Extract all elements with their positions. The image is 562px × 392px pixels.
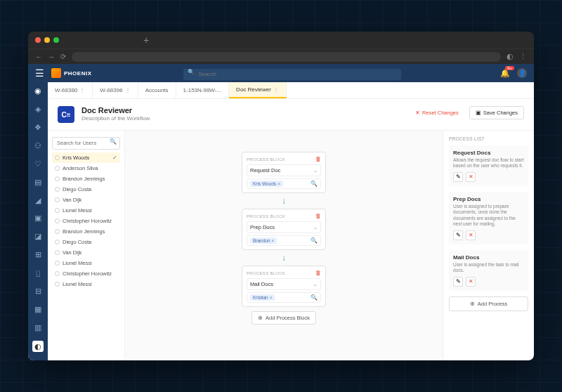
plus-icon: ⊕	[470, 301, 475, 307]
profile-icon[interactable]: ◐	[507, 52, 514, 61]
close-icon[interactable]: ⋮	[273, 86, 279, 93]
user-item[interactable]: Lionel Messi	[52, 258, 120, 268]
app-header: ☰ PHOENIX 🔍 🔔 9+ 👤	[28, 64, 534, 82]
close-icon[interactable]: ⋮	[79, 87, 85, 93]
user-avatar-icon	[55, 240, 60, 244]
delete-icon[interactable]: 🗑	[315, 213, 321, 219]
sidebar-nav-crop[interactable]: ⌷	[32, 268, 44, 278]
browser-menu-icon[interactable]: ⋮	[519, 52, 527, 61]
user-name: Christopher Horowitz	[63, 270, 112, 277]
notifications-icon[interactable]: 🔔 9+	[500, 69, 510, 78]
global-search-input[interactable]	[183, 69, 401, 80]
tab-w68396[interactable]: W-68396⋮	[93, 82, 138, 98]
user-avatar-icon	[55, 187, 60, 192]
user-item[interactable]: Brandon Jennings	[52, 174, 120, 184]
edit-button[interactable]: ✎	[453, 277, 463, 287]
edit-button[interactable]: ✎	[453, 230, 463, 240]
user-avatar-icon	[55, 176, 60, 181]
user-item[interactable]: Van Dijk	[52, 247, 120, 258]
browser-titlebar: +	[28, 32, 534, 48]
avatar[interactable]: 👤	[517, 68, 527, 78]
assignee-input[interactable]: Brandon ×🔍	[247, 235, 321, 246]
nav-back-icon[interactable]: ←	[35, 53, 42, 60]
nav-forward-icon[interactable]: →	[48, 53, 55, 60]
search-icon: 🔍	[311, 294, 318, 301]
reset-changes-button[interactable]: ✕ Reset Changes	[409, 106, 465, 119]
process-list-card: Mail DocsUser is assigned the task to ma…	[449, 250, 528, 291]
user-item[interactable]: Lionel Messi	[52, 205, 120, 216]
logo-text: PHOENIX	[64, 70, 92, 77]
sidebar-nav-docs[interactable]: ▤	[32, 177, 44, 187]
logo[interactable]: PHOENIX	[51, 68, 92, 78]
add-process-button[interactable]: ⊕ Add Process	[449, 296, 528, 311]
sidebar-nav-users[interactable]: ⚇	[32, 141, 44, 151]
tab-accounts[interactable]: Accounts	[138, 82, 176, 98]
user-avatar-icon	[55, 197, 60, 202]
tab-doc-reviewer[interactable]: Doc Reviewer⋮	[229, 82, 287, 98]
sidebar-nav-print[interactable]: ▥	[32, 322, 44, 332]
user-chip: Brandon ×	[250, 237, 277, 244]
user-avatar-icon	[55, 229, 60, 234]
new-tab-button[interactable]: +	[143, 34, 149, 46]
process-card-desc: User is assigned the task to mail docs.	[453, 262, 524, 274]
window-close-icon[interactable]	[35, 37, 41, 43]
process-list-card: Prep DocsUser is assigned to prepare doc…	[449, 192, 528, 244]
sidebar-nav-dashboard[interactable]: ◉	[32, 86, 44, 96]
sidebar-nav-shield[interactable]: ◈	[32, 105, 44, 115]
close-icon[interactable]: ⋮	[125, 87, 131, 93]
sidebar-nav-collapse[interactable]: ◐	[32, 341, 44, 352]
tab-w68380[interactable]: W-68380⋮	[48, 82, 93, 98]
window-maximize-icon[interactable]	[53, 37, 59, 43]
plus-icon: ⊕	[258, 315, 263, 321]
window-minimize-icon[interactable]	[44, 37, 50, 43]
url-bar: ← → ⟳ ◐ ⋮	[28, 48, 534, 64]
user-item[interactable]: Christopher Horowitz	[52, 216, 120, 226]
sidebar-nav-save[interactable]: ▦	[32, 304, 44, 314]
user-avatar-icon	[55, 166, 60, 171]
user-name: Lionel Messi	[63, 260, 92, 266]
process-select[interactable]: Request Doc⌄	[247, 164, 321, 176]
user-item[interactable]: Lionel Messi	[52, 279, 120, 289]
user-chip: Kristian ×	[250, 294, 275, 301]
process-select[interactable]: Mail Docs⌄	[247, 278, 321, 290]
assignee-input[interactable]: Kris Woods ×🔍	[247, 178, 321, 189]
user-item[interactable]: Christopher Horowitz	[52, 268, 120, 279]
save-changes-button[interactable]: ▣ Save Changes	[469, 106, 524, 119]
sidebar-nav-book[interactable]: ▣	[32, 214, 44, 223]
chevron-down-icon: ⌄	[313, 282, 318, 287]
user-item[interactable]: Diego Costa	[52, 237, 120, 247]
delete-button[interactable]: ✕	[466, 172, 476, 182]
delete-button[interactable]: ✕	[466, 230, 476, 240]
process-canvas: PROCESS BLOCK🗑Request Doc⌄Kris Woods ×🔍↓…	[125, 131, 443, 360]
remove-icon[interactable]: ×	[277, 181, 280, 186]
sidebar-nav-grid[interactable]: ⊞	[32, 250, 44, 260]
nav-reload-icon[interactable]: ⟳	[60, 53, 66, 60]
process-card-title: Mail Docs	[453, 254, 524, 261]
add-process-block-button[interactable]: ⊕ Add Process Block	[251, 311, 316, 325]
tab-item[interactable]: 1-153N-98W-...	[176, 82, 230, 98]
search-icon: 🔍	[110, 138, 117, 145]
edit-button[interactable]: ✎	[453, 172, 463, 182]
url-input[interactable]	[72, 52, 501, 62]
sidebar-nav-announce[interactable]: ◢	[32, 195, 44, 205]
process-select[interactable]: Prep Docs⌄	[247, 221, 321, 233]
close-icon: ✕	[415, 110, 420, 116]
delete-icon[interactable]: 🗑	[315, 156, 321, 162]
sidebar-nav-heart[interactable]: ♡	[32, 159, 44, 169]
sidebar-nav-layers[interactable]: ❖	[32, 123, 44, 133]
sidebar-nav-bookmark[interactable]: ◪	[32, 232, 44, 242]
delete-button[interactable]: ✕	[466, 277, 476, 287]
tabs-row: W-68380⋮ W-68396⋮ Accounts 1-153N-98W-..…	[48, 82, 534, 99]
user-item[interactable]: Kris Woods	[52, 152, 120, 163]
delete-icon[interactable]: 🗑	[315, 270, 321, 276]
remove-icon[interactable]: ×	[272, 238, 275, 243]
assignee-input[interactable]: Kristian ×🔍	[247, 292, 321, 303]
menu-icon[interactable]: ☰	[35, 67, 44, 79]
sidebar-nav-apps[interactable]: ⊟	[32, 286, 44, 296]
user-item[interactable]: Brandon Jennings	[52, 226, 120, 237]
user-item[interactable]: Diego Costa	[52, 184, 120, 195]
remove-icon[interactable]: ×	[270, 295, 273, 300]
user-item[interactable]: Van Dijk	[52, 195, 120, 205]
user-item[interactable]: Anderson Silva	[52, 163, 120, 174]
search-icon: 🔍	[311, 237, 318, 244]
